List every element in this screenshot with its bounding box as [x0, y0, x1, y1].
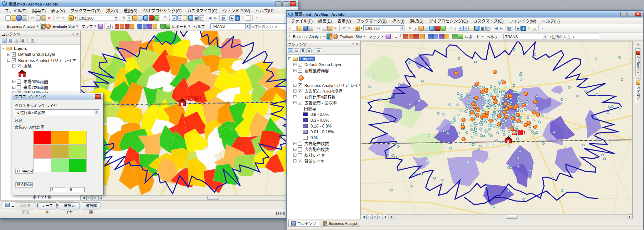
address-input-combo[interactable]: <住所の入力..> — [548, 34, 599, 39]
matrix-cell-0-1[interactable] — [51, 131, 69, 145]
cut-icon[interactable]: ✂ — [30, 15, 35, 21]
paste-icon[interactable] — [327, 26, 332, 31]
reports-wizard-icon[interactable] — [143, 24, 147, 29]
expander-icon[interactable]: − — [7, 59, 10, 62]
analysis-icon[interactable] — [428, 34, 433, 39]
save-icon[interactable] — [303, 26, 308, 31]
select-by-rectangle-icon[interactable]: ▧ — [507, 26, 512, 31]
expander-icon[interactable]: − — [2, 47, 5, 50]
list-by-selection-icon[interactable]: ▦ — [306, 48, 312, 53]
layer-item-0[interactable]: −Layers — [1, 46, 80, 51]
copy-icon[interactable] — [36, 15, 41, 21]
left-titlebar[interactable]: 販促.mxd - ArcMap - ArcInfo _ ▢ ✕ — [0, 0, 298, 7]
toolbar-grip[interactable] — [169, 15, 170, 21]
go-back-extent-icon[interactable]: ◀ — [494, 26, 499, 31]
menu-item-8[interactable]: ウィンドウ(W) — [220, 7, 252, 14]
layer-item-3[interactable]: −✓店舗 — [1, 63, 80, 69]
layer-item-16[interactable]: +統計レイヤ — [287, 152, 360, 158]
layer-checkbox[interactable]: ✓ — [17, 64, 21, 68]
layer-item-3[interactable] — [287, 73, 360, 82]
back-button[interactable]: ◀ — [382, 215, 387, 219]
business-analyst-logo-icon[interactable] — [41, 24, 46, 29]
customer-setup-icon[interactable] — [120, 24, 124, 29]
demographics-icon[interactable] — [153, 24, 157, 29]
layer-item-14[interactable]: +広告配布枚数 — [287, 141, 360, 146]
zoom-out-icon[interactable]: − — [177, 15, 182, 21]
whats-this-help-icon[interactable]: ? — [449, 26, 454, 31]
toolbox-icon[interactable] — [435, 26, 440, 31]
hyperlink-icon[interactable]: ϟ — [526, 26, 532, 31]
layout-view-button[interactable]: ▢ — [367, 215, 372, 219]
matrix-cell-2-0[interactable] — [33, 158, 51, 172]
print-icon[interactable] — [22, 15, 27, 21]
toolbox-icon[interactable] — [149, 15, 154, 21]
delete-icon[interactable]: ✕ — [47, 15, 52, 21]
layer-checkbox[interactable]: ✓ — [298, 101, 302, 105]
dialog-titlebar[interactable]: クロスランキング ✕ — [12, 93, 103, 100]
report-menu-button[interactable]: レポート▼ — [463, 34, 485, 40]
menu-item-5[interactable]: 選択(S) — [408, 17, 426, 24]
analysis-icon[interactable] — [137, 24, 142, 29]
report-book-icon[interactable] — [458, 34, 463, 39]
cross-ranking-layer-combo[interactable]: 女性比率×顧客数 ▼ — [15, 109, 99, 115]
map-scale-combo[interactable]: 1:62,280▼ — [363, 25, 404, 31]
fixed-zoom-in-icon[interactable]: ▣ — [480, 26, 485, 31]
layer-checkbox[interactable] — [298, 95, 302, 99]
list-by-drawing-order-icon[interactable]: ≡ — [2, 38, 7, 43]
new-document-icon[interactable] — [5, 15, 11, 21]
whats-this-help-icon[interactable]: ? — [162, 15, 168, 21]
scroll-track[interactable] — [393, 215, 628, 219]
ba-help-button[interactable]: ヘルプ — [192, 23, 206, 29]
layer-item-9[interactable]: 0.8 - 2.0% — [287, 111, 360, 117]
catalog-window-icon[interactable] — [132, 15, 137, 21]
arcgis-online-icon[interactable] — [143, 15, 148, 21]
undo-icon[interactable]: ↶ — [55, 15, 60, 21]
toolbar-grip[interactable] — [289, 34, 290, 39]
layer-checkbox[interactable] — [298, 142, 302, 146]
layer-checkbox[interactable]: ✓ — [12, 58, 16, 62]
layer-item-2[interactable]: −✓新規獲得顧客 — [287, 68, 360, 73]
scroll-thumb[interactable] — [506, 215, 518, 219]
layer-item-4[interactable]: +✓Business Analyst バリア レイヤ — [287, 82, 360, 88]
catalog-window-icon[interactable] — [418, 26, 424, 31]
wizard-icon[interactable] — [98, 24, 103, 29]
pin-icon[interactable]: ⊙ — [351, 42, 354, 46]
select-layer-button[interactable]: 選択レイヤ — [59, 202, 80, 209]
menu-item-7[interactable]: カスタマイズ(C) — [471, 17, 506, 24]
search-window-icon[interactable] — [138, 15, 143, 21]
side-tab-arctoolbox[interactable]: ArcToolbox — [635, 48, 641, 75]
reports-wizard-icon[interactable] — [433, 34, 438, 39]
expander-icon[interactable]: + — [293, 154, 296, 157]
territory-icon[interactable] — [420, 34, 425, 39]
list-by-drawing-order-icon[interactable]: ≡ — [288, 48, 293, 53]
menu-item-6[interactable]: ジオプロセシング(G) — [427, 17, 470, 24]
toolbar-grip[interactable] — [501, 34, 502, 39]
business-analyst-menu-button[interactable]: Business Analyst▼ — [292, 34, 327, 39]
side-tab-catalog[interactable]: カタログ — [635, 78, 641, 102]
layer-checkbox[interactable] — [17, 80, 21, 84]
list-by-source-icon[interactable]: ▤ — [294, 48, 299, 53]
fixed-zoom-in-icon[interactable]: ▣ — [194, 15, 199, 21]
expander-icon[interactable]: + — [293, 84, 296, 87]
full-extent-icon[interactable] — [188, 15, 193, 21]
expander-icon[interactable]: + — [293, 142, 296, 145]
expander-icon[interactable]: + — [293, 95, 296, 98]
add-data-icon[interactable]: + — [355, 26, 360, 31]
layer-item-5[interactable]: +✓広告配布 70%内境界 — [287, 88, 360, 94]
minimize-button[interactable]: _ — [620, 12, 627, 16]
matrix-cell-2-1[interactable] — [51, 158, 69, 172]
open-icon[interactable] — [297, 26, 302, 31]
store-setup-icon[interactable] — [125, 24, 130, 29]
zoom-in-icon[interactable]: + — [458, 26, 463, 31]
col-break-value-2[interactable]: 9 — [69, 187, 85, 192]
combo-arrow-icon[interactable]: ▼ — [114, 15, 118, 21]
business-analyst-menu-button[interactable]: Business Analyst▼ — [5, 24, 40, 29]
map-menu-button[interactable]: マップ▼ — [367, 34, 385, 40]
report-book-icon[interactable] — [165, 24, 170, 29]
scroll-thumb[interactable] — [207, 196, 219, 200]
layer-item-1[interactable]: +✓Default Group Layer — [287, 62, 360, 68]
window-list-icon[interactable]: ≡ — [106, 24, 111, 29]
model-builder-icon[interactable] — [440, 26, 446, 31]
table-button[interactable]: テーブル — [38, 202, 56, 209]
editor-toolbar-icon[interactable]: ✎ — [121, 15, 126, 21]
